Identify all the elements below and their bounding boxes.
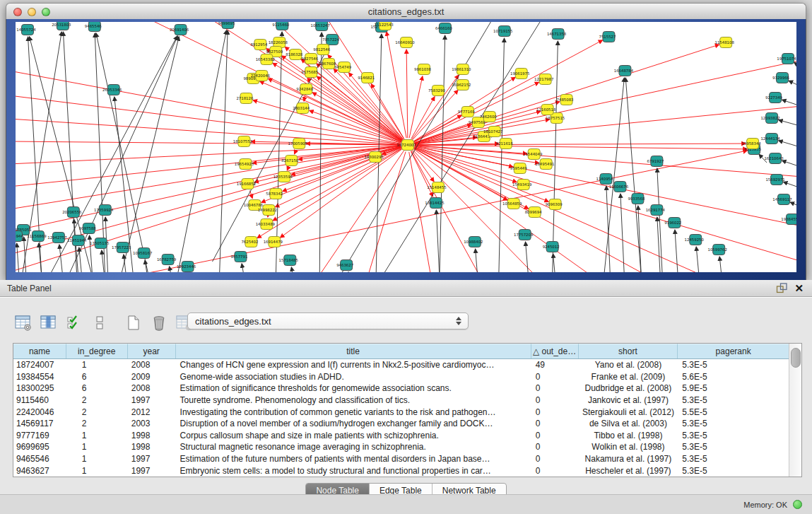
- network-edge[interactable]: [436, 210, 440, 272]
- network-node[interactable]: 26053346: [102, 85, 122, 95]
- network-node[interactable]: 9329966: [772, 73, 789, 83]
- network-node[interactable]: 17757208: [514, 230, 534, 240]
- network-edge[interactable]: [415, 146, 796, 226]
- network-node[interactable]: 10988402: [464, 237, 483, 247]
- network-edge[interactable]: [291, 267, 293, 272]
- network-edge[interactable]: [782, 160, 796, 168]
- network-node[interactable]: 9457791: [230, 252, 247, 262]
- network-node[interactable]: 16543382: [256, 54, 275, 65]
- network-edge[interactable]: [79, 247, 82, 272]
- network-node[interactable]: 19384554: [781, 214, 796, 225]
- network-node[interactable]: 12093822: [760, 113, 779, 124]
- network-node[interactable]: 16210643: [764, 153, 783, 164]
- network-node[interactable]: 17957223: [112, 243, 131, 253]
- network-edge[interactable]: [49, 36, 177, 272]
- network-edge[interactable]: [415, 60, 796, 144]
- network-node[interactable]: 1140954: [596, 174, 613, 185]
- network-canvas[interactable]: 1405572420531803946554620691406969969591…: [16, 22, 796, 272]
- network-edge[interactable]: [276, 32, 282, 272]
- column-header-out_degree[interactable]: △ out_de…: [531, 344, 579, 358]
- network-node[interactable]: 19061975: [510, 69, 529, 79]
- network-edge[interactable]: [779, 120, 796, 127]
- network-node[interactable]: 20206556: [62, 207, 82, 218]
- network-node[interactable]: 14671358: [547, 29, 567, 40]
- network-node[interactable]: 13814425: [425, 198, 444, 209]
- column-header-pagerank[interactable]: pagerank: [678, 344, 789, 358]
- network-node[interactable]: 9463627: [336, 260, 353, 271]
- network-edge[interactable]: [16, 95, 401, 144]
- network-edge[interactable]: [696, 247, 699, 272]
- column-header-title[interactable]: title: [176, 344, 531, 358]
- network-edge[interactable]: [553, 254, 555, 272]
- network-edge[interactable]: [413, 149, 593, 272]
- network-node[interactable]: 17005905: [288, 139, 307, 149]
- network-node[interactable]: 2718126: [236, 93, 253, 104]
- network-node[interactable]: 8912954: [250, 40, 267, 50]
- network-edge[interactable]: [318, 151, 404, 272]
- network-node[interactable]: 15718485: [279, 255, 298, 266]
- network-node[interactable]: 14055724: [16, 25, 36, 35]
- table-row[interactable]: 1456911722003Disruption of a novel membe…: [13, 418, 789, 430]
- network-node[interactable]: 16782759: [157, 255, 177, 265]
- table-selector-dropdown[interactable]: citations_edges.txt: [187, 313, 469, 329]
- network-node[interactable]: 9096309: [546, 199, 563, 210]
- network-node[interactable]: 13505135: [90, 238, 109, 249]
- table-row[interactable]: 946362711997Embryonic stem cells: a mode…: [13, 465, 789, 477]
- network-node[interactable]: 12923446: [177, 262, 196, 272]
- network-edge[interactable]: [606, 186, 611, 272]
- network-node[interactable]: 10958167: [133, 248, 152, 259]
- network-edge[interactable]: [170, 267, 172, 272]
- network-node[interactable]: 16291774: [646, 205, 666, 216]
- network-node[interactable]: 10719155: [493, 26, 512, 37]
- new-column-icon[interactable]: [123, 313, 144, 334]
- network-edge[interactable]: [406, 49, 408, 138]
- network-node[interactable]: 15692971: [765, 175, 784, 185]
- network-edge[interactable]: [620, 194, 625, 272]
- network-node[interactable]: 11544049: [523, 149, 543, 160]
- network-node[interactable]: 8267150: [281, 156, 298, 166]
- network-edge[interactable]: [499, 38, 505, 272]
- network-edge[interactable]: [59, 245, 63, 272]
- unselect-all-icon[interactable]: [89, 313, 110, 334]
- network-node[interactable]: 9097588: [79, 223, 96, 234]
- network-node[interactable]: 19654925: [235, 159, 254, 170]
- network-edge[interactable]: [409, 76, 423, 138]
- network-edge[interactable]: [789, 81, 796, 88]
- network-edge[interactable]: [16, 146, 401, 187]
- network-edge[interactable]: [415, 146, 796, 177]
- network-node[interactable]: 12459250: [685, 235, 705, 245]
- select-column-icon[interactable]: [38, 313, 59, 334]
- column-header-year[interactable]: year: [128, 344, 176, 358]
- network-node[interactable]: 9933568: [628, 194, 645, 204]
- network-node[interactable]: 9465546: [85, 22, 102, 32]
- table-row[interactable]: 2242004622012Investigating the contribut…: [13, 406, 789, 418]
- network-edge[interactable]: [411, 151, 433, 197]
- network-node[interactable]: 3915944: [16, 231, 24, 242]
- network-edge[interactable]: [675, 230, 678, 272]
- network-node[interactable]: 16914479: [264, 237, 283, 247]
- network-node[interactable]: 9595449: [510, 163, 527, 174]
- delete-column-icon[interactable]: [148, 313, 170, 334]
- table-row[interactable]: 977716911998Corpus callosum shape and si…: [13, 430, 789, 442]
- table-row[interactable]: 1938455462009Genome-wide association stu…: [13, 371, 789, 383]
- network-node[interactable]: 9146821: [358, 73, 375, 83]
- network-node[interactable]: 14569117: [772, 194, 792, 205]
- table-row[interactable]: 1830029562008Estimation of significance …: [13, 382, 789, 395]
- column-header-name[interactable]: name: [13, 344, 66, 358]
- network-node[interactable]: 12160518: [536, 105, 556, 115]
- network-edge[interactable]: [782, 100, 796, 107]
- network-node[interactable]: 12942757: [47, 233, 66, 243]
- network-edge[interactable]: [783, 182, 796, 189]
- table-row[interactable]: 946554611997Estimation of the future num…: [13, 453, 789, 465]
- window-titlebar[interactable]: citations_edges.txt: [6, 3, 806, 21]
- network-edge[interactable]: [16, 141, 401, 145]
- network-node[interactable]: 20531803: [52, 22, 71, 30]
- network-edge[interactable]: [440, 35, 445, 272]
- network-edge[interactable]: [177, 30, 227, 272]
- network-node[interactable]: 11156869: [27, 231, 47, 242]
- float-panel-icon[interactable]: [776, 283, 787, 293]
- network-node[interactable]: 6466160: [435, 23, 452, 34]
- network-node[interactable]: 19751074: [777, 54, 796, 64]
- column-header-in_degree[interactable]: in_degree: [66, 344, 128, 358]
- network-edge[interactable]: [287, 167, 288, 170]
